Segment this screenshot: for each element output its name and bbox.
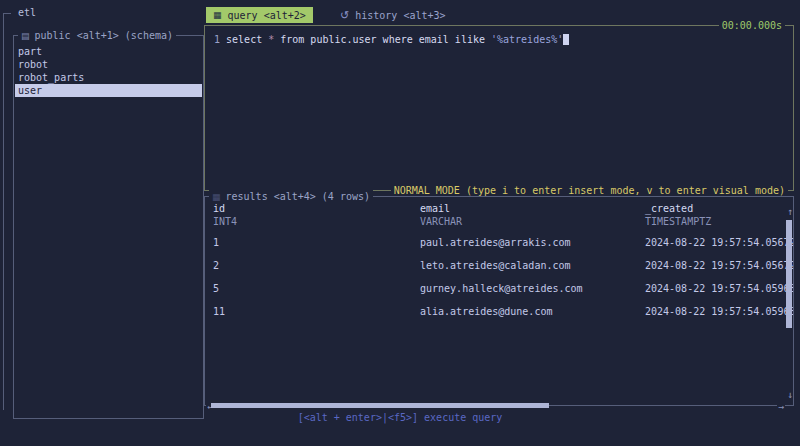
table-row[interactable]: 2 leto.atreides@caladan.com 2024-08-22 1…	[205, 259, 793, 272]
history-circular-arrow-icon: ↺	[340, 9, 349, 22]
column-type-created: TIMESTAMPTZ	[645, 215, 711, 228]
cell-id: 1	[213, 236, 219, 249]
query-editor-line[interactable]: 1 select * from public.user where email …	[214, 33, 569, 46]
query-timer: 00:00.000s	[719, 19, 785, 32]
execute-query-keybind-hint: [<alt + enter>|<f5>] execute query	[0, 411, 800, 424]
cell-id: 11	[213, 305, 225, 318]
cell-created: 2024-08-22 19:57:54.05968	[645, 305, 793, 318]
results-panel: ▦results <alt+4> (4 rows) id email _crea…	[204, 196, 794, 406]
text-cursor	[563, 34, 569, 45]
database-box: etl ▤public <alt+1> (schema) part robot …	[3, 13, 205, 410]
column-header-email[interactable]: email	[420, 202, 450, 215]
column-header-created[interactable]: _created	[645, 202, 693, 215]
table-grid-icon: ▦	[213, 9, 222, 22]
schema-panel-title-text: public <alt+1> (schema)	[35, 30, 173, 41]
table-row[interactable]: 11 alia.atreides@dune.com 2024-08-22 19:…	[205, 305, 793, 318]
tab-query-label: query <alt+2>	[228, 9, 306, 22]
query-editor-panel[interactable]: 00:00.000s 1 select * from public.user w…	[204, 25, 794, 191]
table-list: part robot robot_parts user	[15, 45, 202, 97]
column-header-id[interactable]: id	[213, 202, 225, 215]
tab-history[interactable]: ↺history <alt+3>	[340, 7, 446, 23]
cell-created: 2024-08-22 19:57:54.05672	[645, 259, 793, 272]
scroll-down-arrow-icon[interactable]: ↓	[787, 388, 793, 401]
table-row[interactable]: 1 paul.atreides@arrakis.com 2024-08-22 1…	[205, 236, 793, 249]
sql-keyword: select	[226, 34, 268, 45]
cell-id: 2	[213, 259, 219, 272]
horizontal-scrollbar-thumb[interactable]	[211, 403, 549, 408]
schema-panel: ▤public <alt+1> (schema) part robot robo…	[13, 35, 204, 419]
cell-email: alia.atreides@dune.com	[420, 305, 552, 318]
cell-email: leto.atreides@caladan.com	[420, 259, 571, 272]
cell-created: 2024-08-22 19:57:54.05672	[645, 236, 793, 249]
schema-panel-title: ▤public <alt+1> (schema)	[18, 29, 176, 43]
cell-email: paul.atreides@arrakis.com	[420, 236, 571, 249]
schema-grid-icon: ▤	[21, 31, 30, 41]
scroll-up-arrow-icon[interactable]: ↑	[787, 205, 793, 218]
column-type-id: INT4	[213, 215, 237, 228]
sql-clause: from public.user where email ilike	[274, 34, 491, 45]
sql-string-literal: '%atreides%'	[491, 34, 563, 45]
table-list-item-part[interactable]: part	[15, 45, 202, 58]
column-type-email: VARCHAR	[420, 215, 462, 228]
database-name-label: etl	[15, 6, 39, 19]
tab-history-label: history <alt+3>	[355, 9, 445, 22]
table-list-item-robot-parts[interactable]: robot_parts	[15, 71, 202, 84]
table-row[interactable]: 5 gurney.halleck@atreides.com 2024-08-22…	[205, 282, 793, 295]
table-list-item-user-selected[interactable]: user	[15, 84, 202, 97]
cell-id: 5	[213, 282, 219, 295]
table-list-item-robot[interactable]: robot	[15, 58, 202, 71]
results-table: id email _created INT4 VARCHAR TIMESTAMP…	[205, 197, 793, 405]
cell-email: gurney.halleck@atreides.com	[420, 282, 583, 295]
vertical-scrollbar-thumb[interactable]	[786, 220, 792, 328]
tab-query[interactable]: ▦query <alt+2>	[206, 7, 313, 23]
cell-created: 2024-08-22 19:57:54.05968	[645, 282, 793, 295]
